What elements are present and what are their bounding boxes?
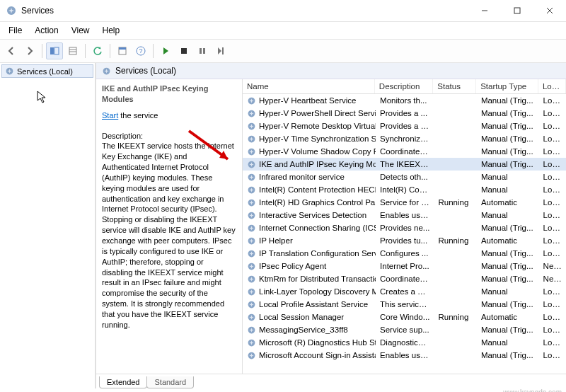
cell-name: IP Helper bbox=[259, 236, 293, 245]
svg-rect-10 bbox=[200, 48, 202, 54]
table-row[interactable]: Local Profile Assistant ServiceThis serv… bbox=[243, 298, 566, 311]
cell-startup: Manual (Trig... bbox=[477, 146, 539, 156]
cell-startup: Automatic bbox=[477, 197, 539, 207]
cell-status bbox=[434, 253, 476, 254]
cell-desc: Provides ne... bbox=[376, 223, 434, 233]
table-row[interactable]: Intel(R) Content Protection HECI S...Int… bbox=[243, 183, 566, 196]
menu-help[interactable]: Help bbox=[97, 24, 126, 37]
cell-startup: Manual (Trig... bbox=[477, 121, 539, 131]
tab-standard[interactable]: Standard bbox=[146, 376, 194, 388]
cell-startup: Manual (Trig... bbox=[477, 299, 539, 309]
cell-logon: Loc... bbox=[539, 159, 566, 169]
cell-logon: Loc... bbox=[539, 350, 566, 360]
menu-view[interactable]: View bbox=[66, 24, 96, 37]
cursor-icon bbox=[37, 91, 48, 105]
table-row[interactable]: Internet Connection Sharing (ICS)Provide… bbox=[243, 221, 566, 234]
cell-logon: Loc... bbox=[539, 325, 566, 335]
svg-rect-4 bbox=[69, 47, 76, 54]
show-hide-tree-button[interactable] bbox=[46, 42, 63, 59]
cell-logon: Loc... bbox=[539, 134, 566, 144]
col-logon[interactable]: Log... bbox=[538, 79, 566, 93]
cell-logon: Loc... bbox=[539, 223, 566, 233]
table-row[interactable]: MessagingService_33ff8Service sup...Manu… bbox=[243, 323, 566, 336]
watermark: www.ksyngdn.com bbox=[0, 388, 566, 392]
cell-desc: Service for I... bbox=[376, 197, 434, 207]
cell-startup: Manual (Trig... bbox=[477, 159, 539, 169]
nav-back-button[interactable] bbox=[3, 42, 20, 59]
cell-desc: Provides tu... bbox=[376, 236, 434, 246]
table-row[interactable]: IKE and AuthIP IPsec Keying Modu...The I… bbox=[243, 158, 566, 171]
col-name[interactable]: Name bbox=[243, 79, 375, 93]
table-row[interactable]: KtmRm for Distributed Transactio...Coord… bbox=[243, 272, 566, 285]
close-button[interactable] bbox=[533, 0, 566, 21]
table-row[interactable]: Link-Layer Topology Discovery Ma...Creat… bbox=[243, 285, 566, 298]
gear-icon bbox=[247, 109, 256, 118]
cell-name: Hyper-V Heartbeat Service bbox=[259, 96, 356, 105]
cell-desc: Core Windo... bbox=[376, 312, 434, 322]
table-row[interactable]: Local Session ManagerCore Windo...Runnin… bbox=[243, 311, 566, 323]
list-header: Name Description Status Startup Type Log… bbox=[243, 79, 566, 94]
col-startup[interactable]: Startup Type bbox=[476, 79, 538, 93]
table-row[interactable]: Hyper-V Remote Desktop Virtualizatio...P… bbox=[243, 120, 566, 132]
selected-service-name: IKE and AuthIP IPsec Keying Modules bbox=[102, 83, 236, 105]
gear-icon bbox=[247, 173, 256, 182]
table-row[interactable]: Interactive Services DetectionEnables us… bbox=[243, 209, 566, 221]
properties-button[interactable] bbox=[114, 42, 131, 59]
table-row[interactable]: Microsoft Account Sign-in AssistantEnabl… bbox=[243, 349, 566, 362]
restart-service-button[interactable] bbox=[212, 42, 229, 59]
cell-desc: Coordinates... bbox=[376, 146, 434, 156]
help-button[interactable]: ? bbox=[132, 42, 149, 59]
pause-service-button[interactable] bbox=[194, 42, 211, 59]
cell-startup: Manual (Trig... bbox=[477, 223, 539, 233]
view-tabs: Extended Standard bbox=[96, 374, 566, 388]
cell-startup: Manual (Trig... bbox=[477, 325, 539, 335]
table-row[interactable]: IP HelperProvides tu...RunningAutomaticL… bbox=[243, 234, 566, 247]
cell-logon: Loc... bbox=[539, 185, 566, 195]
cell-desc: The IKEEXT ... bbox=[376, 159, 434, 169]
table-row[interactable]: Hyper-V Time Synchronization Ser...Synch… bbox=[243, 132, 566, 145]
nav-forward-button[interactable] bbox=[21, 42, 38, 59]
col-desc[interactable]: Description bbox=[375, 79, 434, 93]
cell-name: Local Profile Assistant Service bbox=[259, 300, 368, 309]
cell-name: Hyper-V Volume Shadow Copy Re... bbox=[259, 147, 376, 156]
table-row[interactable]: Infrared monitor serviceDetects oth...Ma… bbox=[243, 171, 566, 183]
menubar: File Action View Help bbox=[0, 22, 566, 39]
table-row[interactable]: IP Translation Configuration ServiceConf… bbox=[243, 247, 566, 260]
gear-icon bbox=[247, 300, 256, 309]
col-status[interactable]: Status bbox=[433, 79, 476, 93]
table-row[interactable]: Microsoft (R) Diagnostics Hub Sta...Diag… bbox=[243, 336, 566, 349]
tab-extended[interactable]: Extended bbox=[99, 376, 147, 388]
gear-icon bbox=[247, 287, 256, 296]
cell-name: Infrared monitor service bbox=[259, 173, 345, 181]
cell-status bbox=[434, 100, 476, 101]
cell-name: Microsoft (R) Diagnostics Hub Sta... bbox=[259, 338, 376, 347]
cell-startup: Manual (Trig... bbox=[477, 261, 539, 271]
table-row[interactable]: Hyper-V Heartbeat ServiceMonitors th...M… bbox=[243, 94, 566, 107]
start-service-button[interactable] bbox=[157, 42, 174, 59]
table-row[interactable]: IPsec Policy AgentInternet Pro...Manual … bbox=[243, 260, 566, 272]
refresh-button[interactable] bbox=[89, 42, 106, 59]
cell-status bbox=[434, 291, 476, 292]
cell-desc: Diagnostics ... bbox=[376, 338, 434, 347]
table-row[interactable]: Intel(R) HD Graphics Control Panel...Ser… bbox=[243, 196, 566, 209]
cell-name: Intel(R) HD Graphics Control Panel... bbox=[259, 198, 376, 207]
cell-name: IKE and AuthIP IPsec Keying Modu... bbox=[259, 160, 376, 168]
table-row[interactable]: Hyper-V Volume Shadow Copy Re...Coordina… bbox=[243, 145, 566, 158]
table-row[interactable]: Hyper-V PowerShell Direct ServiceProvide… bbox=[243, 107, 566, 120]
description-label: Description: bbox=[102, 131, 236, 142]
export-list-button[interactable] bbox=[64, 42, 81, 59]
cell-name: Hyper-V Time Synchronization Ser... bbox=[259, 134, 376, 143]
cell-logon: Loc... bbox=[539, 312, 566, 322]
start-service-link[interactable]: Start bbox=[102, 111, 118, 120]
tree-root-services-local[interactable]: Services (Local) bbox=[1, 64, 93, 78]
cell-startup: Manual (Trig... bbox=[477, 274, 539, 284]
maximize-button[interactable] bbox=[501, 0, 533, 21]
menu-action[interactable]: Action bbox=[29, 24, 64, 37]
cell-logon: Net... bbox=[539, 274, 566, 284]
cell-logon: Loc... bbox=[539, 121, 566, 131]
minimize-button[interactable] bbox=[468, 0, 501, 21]
stop-service-button[interactable] bbox=[175, 42, 192, 59]
gear-icon bbox=[247, 325, 256, 335]
cell-name: Hyper-V PowerShell Direct Service bbox=[259, 109, 376, 117]
menu-file[interactable]: File bbox=[3, 24, 28, 37]
